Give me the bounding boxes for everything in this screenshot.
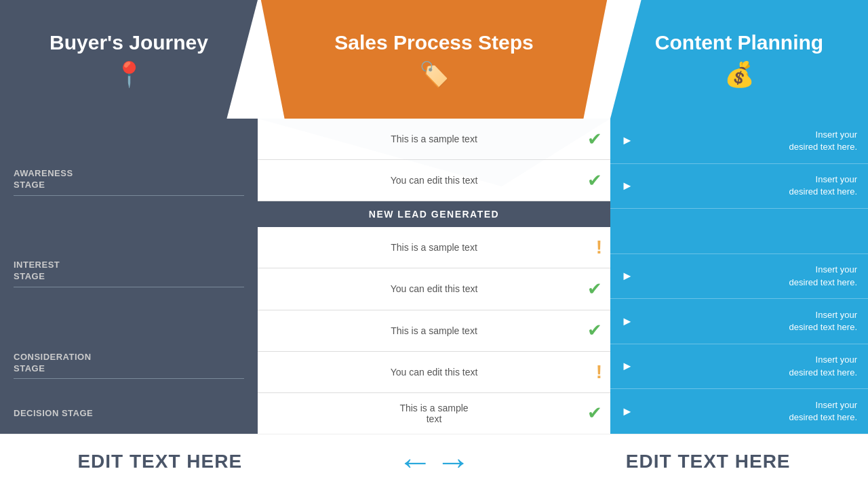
consideration-stage-label: CONSIDERATIONSTAGE: [14, 352, 244, 375]
decision-stage-label: DECISION STAGE: [14, 408, 244, 420]
funnel-text-5: This is a sample text: [391, 325, 477, 336]
awareness-stage-label: AWARENESSSTAGE: [14, 168, 244, 191]
content-text-1: Insert yourdesired text here.: [642, 129, 857, 153]
sales-process-column: This is a sample text ✔ You can edit thi…: [258, 119, 610, 434]
play-icon-5: ►: [621, 314, 633, 329]
check-icon-2: ✔: [587, 170, 602, 191]
play-icon-7: ►: [621, 405, 633, 419]
funnel-text-4: You can edit this text: [391, 283, 478, 294]
check-icon-1: ✔: [587, 129, 602, 150]
play-icon-4: ►: [621, 269, 633, 283]
funnel-row-4: You can edit this text ✔: [258, 268, 610, 310]
header-buyers-journey: Buyer's Journey 📍: [0, 0, 258, 119]
buyers-journey-title: Buyer's Journey: [50, 30, 208, 55]
tag-icon: 🏷️: [419, 60, 450, 89]
funnel-row-1: This is a sample text ✔: [258, 119, 610, 160]
awareness-stage-block: AWARENESSSTAGE: [14, 127, 244, 201]
main-container: Buyer's Journey 📍 Sales Process Steps 🏷️…: [0, 0, 868, 488]
play-icon-1: ►: [621, 134, 633, 148]
play-icon-2: ►: [621, 179, 633, 193]
funnel-row-5: This is a sample text ✔: [258, 310, 610, 352]
interest-stage-label: INTERESTSTAGE: [14, 260, 244, 283]
content-planning-column: ► Insert yourdesired text here. ► Insert…: [610, 119, 868, 434]
funnel-text-6: You can edit this text: [391, 367, 478, 378]
sales-process-title: Sales Process Steps: [334, 30, 534, 55]
funnel-text-1: This is a sample text: [391, 134, 477, 144]
header-content-planning: Content Planning 💰: [610, 0, 868, 119]
content-text-7: Insert yourdesired text here.: [642, 399, 857, 424]
lead-generated-banner: NEW LEAD GENERATED: [258, 201, 610, 227]
check-icon-3: ✔: [587, 279, 602, 300]
content-row-5: ► Insert yourdesired text here.: [610, 299, 868, 344]
main-content: AWARENESSSTAGE INTERESTSTAGE CONSIDERATI…: [0, 119, 868, 434]
arrow-left-icon: ←: [397, 441, 433, 482]
exclaim-icon-1: !: [596, 237, 602, 258]
content-text-6: Insert yourdesired text here.: [642, 354, 857, 378]
content-text-5: Insert yourdesired text here.: [642, 309, 857, 333]
footer-right-text[interactable]: EDIT TEXT HERE: [626, 451, 791, 472]
location-icon: 📍: [114, 60, 144, 89]
content-text-4: Insert yourdesired text here.: [642, 264, 857, 288]
lead-banner-text: NEW LEAD GENERATED: [369, 209, 499, 220]
header-sales-process: Sales Process Steps 🏷️: [237, 0, 631, 119]
funnel-text-3: This is a sample text: [391, 242, 477, 253]
content-row-7: ► Insert yourdesired text here.: [610, 389, 868, 434]
funnel-row-7: This is a sampletext ✔: [258, 393, 610, 434]
footer-left-text[interactable]: EDIT TEXT HERE: [77, 451, 242, 472]
content-row-4: ► Insert yourdesired text here.: [610, 254, 868, 300]
funnel-row-2: You can edit this text ✔: [258, 160, 610, 201]
check-icon-4: ✔: [587, 320, 602, 341]
decision-stage-block: DECISION STAGE: [14, 403, 244, 425]
footer-arrows: ← →: [397, 441, 471, 482]
money-icon: 💰: [724, 60, 755, 89]
content-row-6: ► Insert yourdesired text here.: [610, 344, 868, 390]
play-icon-6: ►: [621, 359, 633, 373]
consideration-stage-block: CONSIDERATIONSTAGE: [14, 311, 244, 385]
buyers-journey-column: AWARENESSSTAGE INTERESTSTAGE CONSIDERATI…: [0, 119, 258, 434]
interest-stage-block: INTERESTSTAGE: [14, 219, 244, 293]
arrow-right-icon: →: [435, 441, 471, 482]
content-row-3: ►: [610, 209, 868, 254]
content-planning-title: Content Planning: [655, 30, 823, 55]
funnel-text-2: You can edit this text: [391, 175, 478, 186]
check-icon-5: ✔: [587, 403, 602, 424]
exclaim-icon-2: !: [596, 361, 602, 383]
funnel-row-3: This is a sample text !: [258, 227, 610, 268]
content-row-2: ► Insert yourdesired text here.: [610, 164, 868, 209]
content-text-2: Insert yourdesired text here.: [642, 174, 857, 198]
content-row-1: ► Insert yourdesired text here.: [610, 119, 868, 164]
funnel-text-7: This is a sampletext: [399, 403, 468, 424]
footer-row: EDIT TEXT HERE ← → EDIT TEXT HERE: [0, 434, 868, 488]
header-row: Buyer's Journey 📍 Sales Process Steps 🏷️…: [0, 0, 868, 119]
funnel-row-6: You can edit this text !: [258, 352, 610, 393]
